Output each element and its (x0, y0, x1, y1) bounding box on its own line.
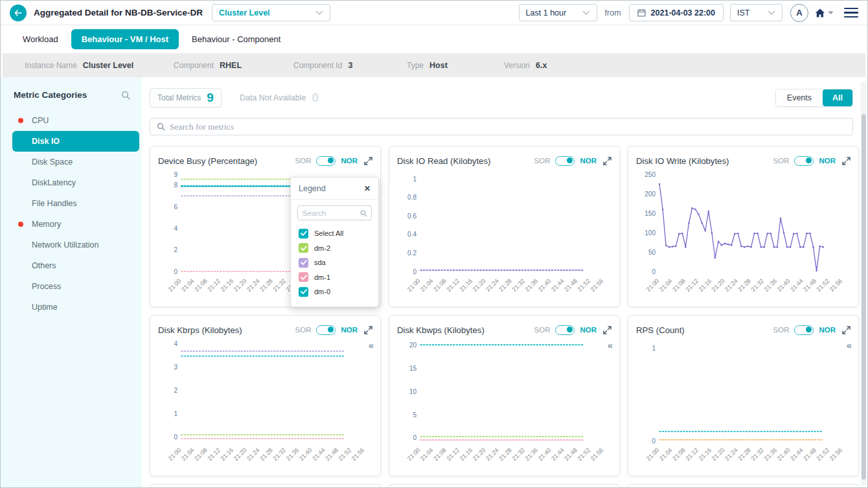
expand-icon[interactable] (364, 326, 372, 334)
axis-label: 21:20 (711, 277, 726, 293)
sor-nor-toggle[interactable] (794, 156, 814, 166)
axis-label: 21:48 (563, 277, 578, 293)
info-version: Version 6.x (504, 61, 547, 70)
tab-bar: Workload Behaviour - VM / Host Behaviour… (1, 25, 867, 53)
legend-item-label: dm-2 (314, 244, 330, 252)
sidebar-item-file-handles[interactable]: File Handles (12, 193, 139, 214)
expand-icon[interactable] (842, 326, 851, 334)
legend-item-dm-0[interactable]: dm-0 (299, 285, 371, 299)
axis-label: 3 (174, 364, 177, 371)
legend-search-input[interactable] (303, 209, 358, 217)
data-point (724, 243, 726, 245)
sidebar-item-uptime[interactable]: Uptime (12, 297, 139, 318)
avatar[interactable]: A (790, 4, 808, 22)
close-icon[interactable]: ✕ (364, 184, 371, 193)
dna-label: Data Not Available (240, 93, 306, 102)
tab-workload[interactable]: Workload (16, 29, 65, 49)
datetime-picker[interactable]: 2021-04-03 22:00 (629, 4, 724, 21)
sidebar-item-process[interactable]: Process (12, 276, 139, 297)
back-arrow-icon (14, 10, 22, 16)
sor-nor-toggle[interactable] (316, 325, 336, 335)
sor-nor-toggle[interactable] (555, 156, 575, 166)
collapse-icon[interactable]: « (847, 340, 852, 350)
data-point (806, 233, 808, 235)
legend-item-dm-1[interactable]: dm-1 (299, 270, 371, 285)
chart-canvas[interactable]: 25020015010050021:0021:0421:0821:1221:16… (636, 169, 851, 300)
toggle-knob (567, 157, 573, 163)
app-window: Aggregated Detail for NB-DB-Service-DR C… (0, 0, 868, 488)
axis-label: 21:04 (419, 277, 435, 293)
expand-icon[interactable] (603, 157, 611, 165)
sidebar-item-others[interactable]: Others (12, 255, 139, 276)
dna-count: 0 (312, 91, 319, 105)
sidebar-item-network-utilization[interactable]: Network Utilization (12, 235, 139, 255)
tab-behaviour-component[interactable]: Behaviour - Component (185, 29, 287, 49)
card-title: Disk Kbrps (Kilobytes) (158, 325, 242, 335)
axis-label: 21:08 (432, 447, 448, 462)
checkbox-checked[interactable] (299, 243, 308, 253)
axis-label: 21:44 (311, 447, 326, 462)
legend-item-select-all[interactable]: Select All (299, 226, 371, 241)
avatar-initial: A (796, 8, 802, 17)
card-controls: SORNOR (773, 325, 851, 335)
axis-label: 21:36 (285, 447, 301, 462)
sor-nor-toggle[interactable] (555, 325, 575, 335)
axis-label: 21:08 (193, 447, 209, 462)
data-point (799, 246, 801, 248)
chart-canvas[interactable]: 4321021:0021:0421:0821:1221:1621:2021:24… (158, 338, 372, 469)
back-button[interactable] (10, 5, 27, 21)
checkbox-checked[interactable] (299, 287, 308, 297)
axis-label: 21:32 (272, 447, 288, 462)
search-icon[interactable] (121, 91, 130, 100)
sidebar-item-disk-space[interactable]: Disk Space (12, 152, 139, 172)
axis-label: 1 (174, 410, 177, 417)
axis-label: 21:08 (671, 277, 687, 293)
checkbox-checked[interactable] (299, 272, 308, 282)
all-button[interactable]: All (823, 89, 852, 106)
sor-nor-toggle[interactable] (794, 325, 814, 335)
axis-label: 200 (645, 191, 656, 198)
chart-canvas[interactable]: 1021:0021:0421:0821:1221:1621:2021:2421:… (636, 338, 851, 469)
hamburger-menu-icon[interactable] (844, 5, 858, 21)
checkbox-checked[interactable] (299, 229, 308, 238)
scrollbar-thumb[interactable] (862, 114, 866, 480)
axis-label: 9 (174, 171, 177, 178)
home-menu[interactable] (815, 8, 834, 17)
tab-behaviour-vm-host[interactable]: Behaviour - VM / Host (71, 29, 179, 49)
expand-icon[interactable] (842, 157, 851, 165)
sidebar-item-cpu[interactable]: CPU (12, 110, 139, 131)
checkbox-checked[interactable] (299, 258, 308, 268)
info-value: 6.x (536, 61, 547, 70)
collapse-icon[interactable]: « (608, 340, 613, 350)
legend-item-sda[interactable]: sda (299, 255, 371, 270)
legend-item-dm-2[interactable]: dm-2 (299, 241, 371, 256)
axis-label: 21:44 (789, 447, 805, 462)
time-range-select[interactable]: Last 1 hour (519, 4, 597, 21)
scrollbar[interactable] (861, 81, 866, 485)
events-button[interactable]: Events (776, 89, 823, 106)
total-metrics-badge[interactable]: Total Metrics 9 (150, 88, 222, 108)
sidebar-item-memory[interactable]: Memory (12, 214, 139, 235)
metrics-search-input[interactable] (170, 122, 846, 132)
data-point (678, 233, 680, 235)
axis-label: 21:48 (802, 447, 817, 462)
axis-label: 21:00 (645, 447, 661, 462)
chart-canvas[interactable]: 2015105021:0021:0421:0821:1221:1621:2021… (397, 338, 611, 469)
sidebar-title: Metric Categories (14, 90, 87, 100)
expand-icon[interactable] (603, 326, 611, 334)
data-point (694, 209, 696, 211)
timezone-select[interactable]: IST (730, 4, 782, 21)
axis-label: 21:20 (233, 277, 248, 293)
expand-icon[interactable] (364, 157, 372, 165)
data-not-available-badge[interactable]: Data Not Available 0 (240, 91, 319, 105)
sidebar-item-disklatency[interactable]: DiskLatency (12, 172, 139, 193)
sidebar-item-disk-io[interactable]: Disk IO (12, 131, 139, 152)
collapse-icon[interactable]: « (369, 340, 374, 350)
data-point (701, 222, 703, 224)
cluster-level-select[interactable]: Cluster Level (212, 4, 330, 21)
axis-label: 21:00 (406, 277, 422, 293)
chart-canvas[interactable]: 10.80.60.40.2021:0021:0421:0821:1221:162… (397, 169, 611, 300)
card-title: Disk Kbwps (Kilobytes) (397, 325, 485, 335)
sor-nor-toggle[interactable] (316, 156, 336, 166)
metric-card: Disk IO Read (Kilobytes)SORNOR10.80.60.4… (389, 146, 620, 307)
